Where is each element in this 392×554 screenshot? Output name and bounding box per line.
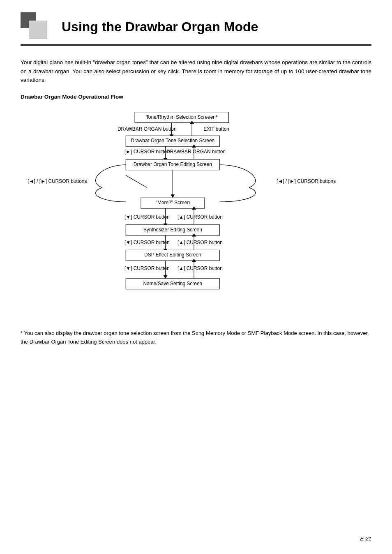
svg-line-11 (126, 175, 147, 187)
label-cursor-lr-right: [◄] / [►] CURSOR buttons (277, 178, 336, 184)
box-drawbar-tone-sel: Drawbar Organ Tone Selection Screen (131, 138, 215, 143)
label-cursor-down-2: [▼] CURSOR button (125, 239, 170, 245)
label-drawbar-organ-btn-right: DRAWBAR ORGAN button (166, 149, 226, 155)
box-dsp-edit: DSP Effect Editing Screen (144, 252, 201, 258)
label-cursor-up-2: [▲] CURSOR button (178, 239, 223, 245)
box-more-screen: "More?" Screen (156, 200, 190, 205)
label-cursor-down-1: [▼] CURSOR button (125, 214, 170, 220)
flowchart: Tone/Rhythm Selection Screeen* DRAWBAR O… (21, 107, 371, 317)
label-drawbar-organ-btn-left: DRAWBAR ORGAN button (118, 126, 177, 132)
svg-marker-13 (171, 194, 175, 198)
label-cursor-down-3: [▼] CURSOR button (125, 265, 170, 271)
footnote-text: You can also display the drawbar organ t… (21, 330, 369, 345)
label-cursor-lr-left: [◄] / [►] CURSOR buttons (28, 178, 87, 184)
label-cursor-up-3: [▲] CURSOR button (178, 265, 223, 271)
box-drawbar-tone-edit: Drawbar Organ Tone Editing Screen (134, 162, 212, 167)
page-header: Using the Drawbar Organ Mode (21, 12, 371, 46)
box-name-save: Name/Save Setting Screen (143, 281, 203, 286)
box-tone-rhythm: Tone/Rhythm Selection Screeen* (146, 114, 218, 120)
svg-marker-26 (164, 275, 168, 279)
label-cursor-right-btn: [►] CURSOR button (125, 149, 170, 155)
footnote: * You can also display the drawbar organ… (21, 329, 371, 346)
chapter-icon (21, 12, 53, 41)
section-heading: Drawbar Organ Mode Operational Flow (21, 94, 371, 100)
intro-text: Your digital piano has built-in "drawbar… (21, 58, 371, 85)
page: Using the Drawbar Organ Mode Your digita… (0, 0, 392, 554)
page-number: E-21 (360, 536, 371, 542)
flowchart-svg: Tone/Rhythm Selection Screeen* DRAWBAR O… (21, 107, 371, 317)
label-cursor-up-1: [▲] CURSOR button (178, 214, 223, 220)
page-title: Using the Drawbar Organ Mode (62, 19, 258, 35)
box-synth-edit: Synthesizer Editing Screen (143, 227, 202, 233)
label-exit-btn: EXIT button (203, 126, 229, 132)
